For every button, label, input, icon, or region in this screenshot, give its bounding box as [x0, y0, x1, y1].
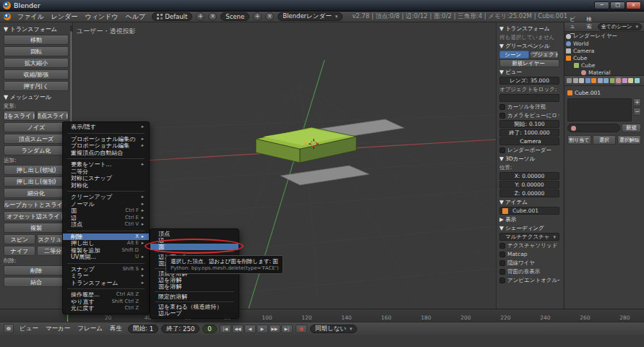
blender-menu-icon[interactable]: [4, 13, 11, 20]
menu-item[interactable]: ノーマル ▸: [63, 201, 149, 208]
properties-tab[interactable]: [579, 78, 584, 83]
panel-row[interactable]: カメラをビューにロック: [499, 111, 559, 119]
panel-row[interactable]: 開始: 0.100: [499, 120, 559, 128]
menu-item[interactable]: 二等分: [63, 168, 149, 176]
tool-button[interactable]: ▼ トランスフォーム: [4, 25, 69, 33]
window-titlebar[interactable]: Blender: [0, 0, 644, 12]
menu-item[interactable]: 対称にスナップ: [63, 175, 149, 182]
tool-button[interactable]: 押し出し(領域): [4, 165, 69, 175]
menu-item[interactable]: 頂点 Ctrl V ▸: [63, 221, 149, 228]
tool-button[interactable]: ノイズ: [4, 122, 69, 132]
tool-button[interactable]: 頂点スムーズ: [4, 134, 69, 144]
menu-item[interactable]: プロポーショナル編集 ▸: [63, 142, 149, 150]
playback-button[interactable]: ▶|: [281, 325, 293, 333]
submenu-item[interactable]: 辺を溶解: [150, 277, 239, 283]
menu-item[interactable]: 要素をソート... ▸: [63, 161, 149, 168]
outliner-row[interactable]: Cube: [566, 61, 643, 69]
screen-layout-selector[interactable]: Default: [152, 12, 192, 21]
render-engine-selector[interactable]: Blenderレンダー: [278, 12, 343, 21]
menu-item[interactable]: スナップ Shift S ▸: [63, 266, 149, 273]
panel-row[interactable]: ▼ シェーディング: [499, 224, 559, 232]
submenu-item[interactable]: 辺を束ねる（構造維持）: [150, 304, 239, 310]
panel-row[interactable]: 背面の非表示: [499, 267, 559, 275]
add-slot-button[interactable]: [633, 98, 641, 106]
properties-tab[interactable]: [573, 78, 578, 83]
panel-row[interactable]: マルチテクスチャ: [499, 233, 559, 241]
properties-tab[interactable]: [622, 78, 627, 83]
panel-row[interactable]: 新規レイヤー: [499, 59, 559, 67]
menu-item[interactable]: 再生: [107, 325, 125, 333]
menu-item[interactable]: 辺 Ctrl E ▸: [63, 215, 149, 222]
panel-row[interactable]: テクスチャソリッド: [499, 241, 559, 249]
scene-selector[interactable]: Scene: [220, 12, 249, 21]
tool-button[interactable]: オフセット辺スライド: [4, 211, 69, 221]
tool-button[interactable]: 押す/引く: [4, 81, 69, 91]
menu-item[interactable]: 押し出し Alt E ▸: [63, 240, 149, 247]
playback-button[interactable]: |◀: [220, 325, 231, 333]
menu-item[interactable]: クリーンアップ ▸: [63, 194, 149, 201]
panel-row[interactable]: ▼ トランスフォーム: [499, 25, 559, 33]
tool-button[interactable]: 拡大縮小: [4, 58, 69, 68]
tool-button[interactable]: 削除: [4, 265, 69, 275]
tool-button[interactable]: 辺をスライド: [4, 111, 35, 121]
menu-item[interactable]: 対称化: [63, 182, 149, 189]
sync-mode-selector[interactable]: 同期しない: [310, 325, 358, 333]
submenu-item[interactable]: 辺: [150, 237, 239, 244]
delete-scene-button[interactable]: [265, 12, 274, 21]
outliner-display-mode[interactable]: 全てのシーン: [598, 23, 642, 30]
panel-row[interactable]: Z: 0.00000: [499, 189, 559, 197]
panel-row[interactable]: X: 0.00000: [499, 172, 559, 180]
playback-button[interactable]: ▶▶: [269, 325, 280, 333]
menu-item[interactable]: UV展開... U ▸: [63, 254, 149, 261]
menu-item[interactable]: ファイル: [14, 12, 47, 22]
outliner-row[interactable]: Cube: [566, 54, 643, 61]
menu-item[interactable]: 重複頂点の自動結合: [63, 150, 149, 157]
menu-item[interactable]: フレーム: [74, 325, 106, 333]
panel-row[interactable]: レンダーボーダー: [499, 146, 559, 154]
panel-row[interactable]: ▼ グリースペンシル: [499, 42, 559, 50]
timeline-editor-type-button[interactable]: [4, 324, 14, 333]
menu-item[interactable]: トランスフォーム ▸: [63, 280, 149, 287]
tool-button[interactable]: ナイフ: [4, 246, 35, 256]
tool-button[interactable]: 細分化: [4, 188, 69, 198]
menu-item[interactable]: ミラー ▸: [63, 273, 149, 280]
menu-item[interactable]: ヘルプ: [123, 12, 149, 22]
minimize-button[interactable]: [594, 1, 609, 9]
menu-item[interactable]: 元に戻す Ctrl Z: [63, 305, 149, 312]
tool-button[interactable]: 複製: [4, 223, 69, 233]
panel-row[interactable]: ▼ ビュー: [499, 68, 559, 76]
tool-button[interactable]: 移動: [4, 35, 69, 45]
panel-row[interactable]: オブジェクト: [530, 51, 559, 59]
new-material-button[interactable]: 新規: [622, 124, 641, 132]
menu-item[interactable]: 削除 X ▸: [63, 234, 149, 241]
panel-row[interactable]: レンズ: 35.000: [499, 77, 559, 85]
tool-button[interactable]: 頂点スライド: [37, 111, 69, 121]
properties-tab[interactable]: [604, 78, 609, 83]
tool-button[interactable]: 収縮/膨張: [4, 69, 69, 80]
playback-button[interactable]: ◀◀: [232, 325, 244, 333]
panel-row[interactable]: ▶ 表示: [499, 215, 559, 223]
panel-row[interactable]: Y: 0.00000: [499, 181, 559, 189]
submenu-item[interactable]: 頂点: [150, 231, 239, 237]
tool-button[interactable]: 押し出し(個別): [4, 176, 69, 187]
outliner-row[interactable]: World: [566, 40, 643, 47]
menu-item[interactable]: 表示/隠す ▸: [63, 124, 149, 131]
properties-tab[interactable]: [598, 78, 603, 83]
menu-item[interactable]: マーカー: [43, 325, 73, 333]
add-scene-button[interactable]: [253, 12, 262, 21]
properties-tab[interactable]: [610, 78, 615, 83]
delete-layout-button[interactable]: [208, 12, 217, 21]
tool-button[interactable]: 結合: [4, 277, 69, 287]
panel-row[interactable]: ▼ 3Dカーソル: [499, 155, 559, 163]
submenu-item[interactable]: 限定的溶解: [150, 294, 239, 300]
tool-button[interactable]: ▼ メッシュツール: [4, 93, 69, 101]
add-layout-button[interactable]: [196, 12, 205, 21]
end-frame-field[interactable]: 終了: 250: [161, 325, 199, 333]
panel-row[interactable]: 隠線ワイヤ: [499, 259, 559, 267]
panel-row[interactable]: Cube.001: [499, 207, 559, 215]
tool-button[interactable]: 回転: [4, 46, 69, 56]
playback-button[interactable]: ▶: [257, 325, 268, 333]
properties-tab[interactable]: [616, 78, 621, 83]
menu-item[interactable]: 操作履歴... Ctrl Alt Z: [63, 291, 149, 299]
outliner-row[interactable]: レンダーレイヤー: [566, 33, 643, 40]
